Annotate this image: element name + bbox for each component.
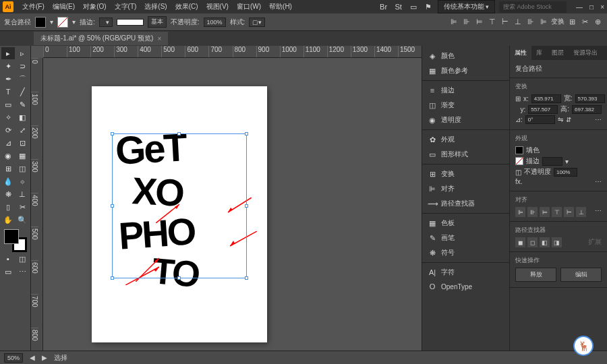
dist-v-icon[interactable]: ⊫ bbox=[538, 17, 549, 28]
more-icon[interactable]: ⊕ bbox=[592, 17, 603, 28]
menu-object[interactable]: 对象(O) bbox=[80, 1, 109, 13]
align-c[interactable]: ⊪ bbox=[527, 207, 538, 217]
fill-color[interactable] bbox=[4, 229, 19, 244]
free-transform-tool[interactable]: ⊡ bbox=[16, 137, 29, 149]
handle-s[interactable] bbox=[177, 276, 181, 280]
menu-view[interactable]: 视图(V) bbox=[203, 1, 232, 13]
w-input[interactable] bbox=[575, 94, 605, 103]
pf-unite[interactable]: ◼ bbox=[515, 237, 525, 247]
handle-nw[interactable] bbox=[111, 132, 114, 135]
align-t[interactable]: ⊤ bbox=[552, 207, 562, 217]
bridge-icon[interactable]: Br bbox=[378, 1, 389, 12]
panel-画笔[interactable]: ✎画笔 bbox=[422, 231, 509, 245]
align-top-icon[interactable]: ⊤ bbox=[487, 17, 498, 28]
graph-tool[interactable]: ⊥ bbox=[16, 188, 29, 200]
panel-对齐[interactable]: ⊫对齐 bbox=[422, 181, 509, 196]
align-l[interactable]: ⊫ bbox=[515, 207, 525, 217]
panel-颜色[interactable]: ◈颜色 bbox=[422, 49, 509, 63]
angle-input[interactable] bbox=[525, 115, 555, 124]
x-input[interactable] bbox=[531, 94, 561, 103]
search-input[interactable]: 搜索 Adobe Stock bbox=[499, 1, 567, 13]
color-mode[interactable]: ▪ bbox=[1, 253, 15, 265]
magic-wand-tool[interactable]: ✦ bbox=[1, 60, 15, 72]
fill-stroke-swatch[interactable] bbox=[4, 229, 27, 252]
pen-tool[interactable]: ✒ bbox=[1, 73, 15, 85]
release-button[interactable]: 释放 bbox=[515, 268, 556, 282]
gradient-mode[interactable]: ◫ bbox=[16, 253, 29, 265]
tab-layers[interactable]: 图层 bbox=[547, 46, 569, 60]
pf-minus[interactable]: ◻ bbox=[527, 237, 538, 247]
more-options-icon[interactable]: ⋯ bbox=[595, 116, 602, 123]
panel-路径查找器[interactable]: ⟿路径查找器 bbox=[422, 196, 509, 211]
gpu-icon[interactable]: ⚑ bbox=[423, 1, 434, 12]
handle-n[interactable] bbox=[177, 132, 181, 135]
align-bot-icon[interactable]: ⊥ bbox=[513, 17, 523, 28]
panel-颜色参考[interactable]: ▦颜色参考 bbox=[422, 63, 509, 78]
fill-swatch[interactable] bbox=[35, 17, 46, 28]
zoom-tool[interactable]: 🔍 bbox=[16, 214, 29, 226]
floating-badge[interactable]: 🦌 bbox=[573, 336, 594, 356]
direct-select-tool[interactable]: ▹ bbox=[16, 47, 29, 59]
gradient-tool[interactable]: ◫ bbox=[16, 162, 29, 175]
rectangle-tool[interactable]: ▭ bbox=[1, 98, 15, 111]
panel-描边[interactable]: ≡描边 bbox=[422, 83, 509, 98]
eraser-tool[interactable]: ◧ bbox=[16, 111, 29, 123]
align-center-icon[interactable]: ⊪ bbox=[461, 17, 472, 28]
hand-tool[interactable]: ✋ bbox=[1, 214, 15, 226]
h-input[interactable] bbox=[572, 105, 602, 114]
stroke-swatch-sm[interactable] bbox=[515, 157, 523, 165]
minimize-button[interactable]: — bbox=[576, 3, 583, 11]
panel-渐变[interactable]: ◫渐变 bbox=[422, 98, 509, 113]
more-align-icon[interactable]: ⋯ bbox=[595, 207, 602, 217]
nav-prev-icon[interactable]: ◀ bbox=[30, 354, 35, 361]
selection-tool[interactable]: ▸ bbox=[1, 47, 15, 59]
anchor-widget[interactable]: ⊞ bbox=[515, 95, 521, 102]
transform-label[interactable]: 变换 bbox=[551, 17, 565, 28]
zoom-level[interactable]: 50% bbox=[4, 353, 23, 363]
align-left-icon[interactable]: ⊫ bbox=[449, 17, 459, 28]
brush-def[interactable]: 基本 bbox=[148, 16, 167, 28]
flip-v-icon[interactable]: ⇵ bbox=[566, 116, 571, 123]
scale-tool[interactable]: ⤢ bbox=[16, 124, 29, 136]
align-b[interactable]: ⊥ bbox=[576, 207, 586, 217]
menu-help[interactable]: 帮助(H) bbox=[266, 1, 295, 13]
handle-w[interactable] bbox=[111, 204, 114, 208]
transform-icon[interactable]: ⊞ bbox=[567, 17, 577, 28]
handle-e[interactable] bbox=[245, 204, 248, 208]
maximize-button[interactable]: □ bbox=[589, 3, 594, 11]
stroke-profile[interactable] bbox=[117, 19, 144, 26]
panel-透明度[interactable]: ◉透明度 bbox=[422, 113, 509, 127]
close-button[interactable]: × bbox=[600, 3, 604, 11]
isolate-icon[interactable]: ✂ bbox=[579, 17, 590, 28]
handle-se[interactable] bbox=[245, 276, 248, 280]
symbol-sprayer-tool[interactable]: ❋ bbox=[1, 188, 15, 200]
dist-h-icon[interactable]: ⊪ bbox=[525, 17, 536, 28]
menu-effect[interactable]: 效果(C) bbox=[172, 1, 202, 13]
type-tool[interactable]: T bbox=[1, 86, 15, 98]
stroke-dd-icon[interactable]: ▾ bbox=[72, 18, 76, 26]
canvas[interactable]: 0100200300400500600700800900100011001200… bbox=[31, 46, 422, 351]
edit-toolbar[interactable]: ⋯ bbox=[16, 266, 29, 278]
pf-intersect[interactable]: ◧ bbox=[540, 237, 550, 247]
width-tool[interactable]: ⊿ bbox=[1, 137, 15, 149]
tab-properties[interactable]: 属性 bbox=[510, 46, 531, 60]
screen-mode[interactable]: ▭ bbox=[1, 266, 15, 278]
tab-close-icon[interactable]: × bbox=[157, 35, 161, 42]
stock-icon[interactable]: St bbox=[393, 1, 404, 12]
shape-builder-tool[interactable]: ◉ bbox=[1, 150, 15, 162]
slice-tool[interactable]: ✂ bbox=[16, 201, 29, 213]
shaper-tool[interactable]: ✧ bbox=[1, 111, 15, 123]
rotate-tool[interactable]: ⟳ bbox=[1, 124, 15, 136]
brush-tool[interactable]: ✎ bbox=[16, 98, 29, 111]
menu-window[interactable]: 窗口(W) bbox=[233, 1, 264, 13]
mesh-tool[interactable]: ⊞ bbox=[1, 162, 15, 175]
stroke-swatch[interactable] bbox=[57, 17, 68, 28]
opacity-value[interactable]: 100% bbox=[204, 18, 226, 27]
y-input[interactable] bbox=[528, 105, 558, 114]
align-m[interactable]: ⊢ bbox=[564, 207, 574, 217]
panel-色板[interactable]: ▦色板 bbox=[422, 216, 509, 231]
more-appearance-icon[interactable]: ⋯ bbox=[595, 178, 602, 185]
align-mid-icon[interactable]: ⊢ bbox=[500, 17, 511, 28]
pf-exclude[interactable]: ◨ bbox=[552, 237, 562, 247]
curvature-tool[interactable]: ⌒ bbox=[16, 73, 29, 85]
